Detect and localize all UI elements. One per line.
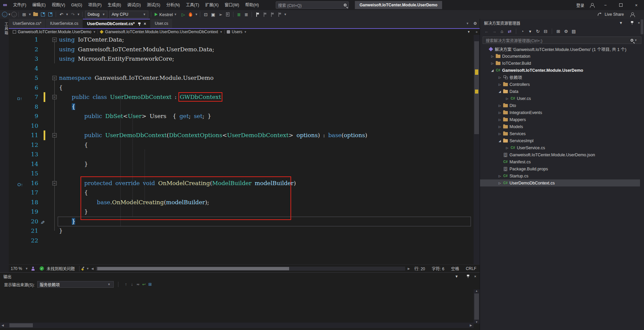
close-icon[interactable]: ×: [474, 274, 476, 278]
feedback-icon[interactable]: [630, 12, 635, 17]
clear-all-icon[interactable]: ≂: [135, 282, 141, 287]
selection-cursor-icon[interactable]: ➢: [217, 11, 224, 18]
preview-code-icon[interactable]: ▤: [571, 28, 577, 35]
navigate-backward-dropdown-icon[interactable]: ▼: [8, 11, 11, 18]
clear-bookmarks-icon[interactable]: [276, 11, 283, 18]
word-wrap-icon[interactable]: ↩: [141, 282, 147, 287]
output-content[interactable]: [0, 289, 474, 323]
code-editor[interactable]: 12345678910111213141516171819202122−−−−−…: [9, 35, 480, 264]
home-icon[interactable]: ⌂: [499, 28, 505, 35]
decrease-indent-icon[interactable]: ≣: [235, 11, 242, 18]
start-without-debugging-icon[interactable]: ▷: [180, 11, 186, 18]
window-position-icon[interactable]: ▼: [619, 21, 623, 25]
fold-collapse-icon[interactable]: −: [52, 133, 57, 138]
tree-item-package-build-props[interactable]: {}Package.Build.props: [480, 165, 640, 172]
expander-icon[interactable]: ◢: [497, 139, 502, 143]
navigate-backward-icon[interactable]: ←: [2, 12, 7, 17]
menu-item[interactable]: 调试(D): [124, 0, 144, 10]
line-ending-indicator[interactable]: CRLF: [463, 266, 480, 271]
tab-user-cs[interactable]: User.cs: [151, 19, 172, 28]
tree-item-dto[interactable]: ▷Dto: [480, 102, 640, 109]
increase-indent-icon[interactable]: ≣: [243, 11, 250, 18]
properties-icon[interactable]: ⚙: [563, 28, 569, 35]
tree-item-models[interactable]: ▷Models: [480, 123, 640, 130]
output-horizontal-scrollbar[interactable]: ◀ ▶: [0, 323, 474, 328]
code-health-icon[interactable]: [31, 267, 35, 271]
redo-icon[interactable]: ↷: [69, 11, 76, 18]
hot-reload-dropdown-icon[interactable]: ▼: [195, 11, 198, 18]
expander-icon[interactable]: ▷: [490, 62, 495, 65]
tree-item-userservice-cs[interactable]: ▷C#UserService.cs: [480, 144, 640, 151]
expander-icon[interactable]: ◢: [490, 69, 495, 72]
tree-item-mappers[interactable]: ▷Mappers: [480, 116, 640, 123]
sx-forward-icon[interactable]: →: [491, 28, 497, 35]
tree-item--[interactable]: ▷依赖项: [480, 74, 640, 81]
editor-horizontal-scrollbar[interactable]: [96, 267, 406, 271]
tree-item-manifest-cs[interactable]: C#Manifest.cs: [480, 158, 640, 165]
tree-item-ganweisoft-iotcenter-module-userdemo-json[interactable]: {}Ganweisoft.IoTCenter.Module.UserDemo.j…: [480, 151, 640, 158]
solution-search-box[interactable]: 搜索解决方案资源管理器(Ctrl+;) ▼: [483, 37, 641, 44]
live-share-label[interactable]: Live Share: [605, 12, 624, 17]
breadcrumb-segment[interactable]: Ganweisoft.IoTCenter.Module.UserDemo.Use…: [98, 30, 224, 34]
open-folder-icon[interactable]: [32, 11, 39, 18]
fold-collapse-icon[interactable]: −: [52, 181, 57, 185]
inheritance-margin-icon[interactable]: ↑: [17, 94, 22, 104]
tab-list-dropdown-icon[interactable]: ▼: [465, 22, 470, 25]
window-position-icon[interactable]: ▼: [455, 274, 459, 278]
tree-item-integrationevents[interactable]: ▷IntegrationEvents: [480, 109, 640, 116]
expander-icon[interactable]: ◢: [497, 90, 502, 93]
tab-userservice-cs-[interactable]: UserService.cs*: [9, 19, 45, 28]
document-outline-icon[interactable]: [224, 11, 231, 18]
new-project-dropdown-icon[interactable]: ▼: [28, 11, 32, 18]
no-issues-check-icon[interactable]: ✓: [40, 266, 44, 271]
expander-icon[interactable]: ▷: [497, 174, 502, 178]
quick-search-box[interactable]: 搜索 (Ctrl+Q): [276, 1, 349, 9]
minimize-button[interactable]: −: [598, 0, 613, 10]
expander-icon[interactable]: ▷: [497, 125, 502, 128]
output-vertical-scrollbar[interactable]: ▲▼: [474, 289, 480, 324]
undo-icon[interactable]: ↶: [58, 11, 65, 18]
zoom-selector[interactable]: 170 % ▼: [9, 266, 31, 271]
column-indicator[interactable]: 字符: 6: [428, 266, 447, 271]
menu-item[interactable]: 编辑(E): [29, 0, 49, 10]
expander-icon[interactable]: ▷: [497, 111, 502, 114]
editor-options-gear-icon[interactable]: ⚙: [473, 21, 477, 26]
breadcrumb-segment[interactable]: Ganweisoft.IoTCenter.Module.UserDemo▼: [11, 30, 98, 34]
menu-item[interactable]: Git(G): [68, 0, 85, 10]
tree-item-user-cs[interactable]: ▷C#User.cs: [480, 95, 640, 102]
next-bookmark-icon[interactable]: [269, 11, 275, 18]
expander-icon[interactable]: ▷: [505, 97, 509, 100]
tree-item-iotcenter-build[interactable]: ▷IoTCenter.Build: [480, 60, 640, 67]
goto-previous-message-icon[interactable]: ↑: [123, 282, 129, 287]
tree-item-startup-cs[interactable]: ▷C#Startup.cs: [480, 172, 640, 179]
code-cleanup-icon[interactable]: [81, 267, 85, 271]
expander-icon[interactable]: ▷: [497, 132, 502, 135]
pin-icon[interactable]: [463, 274, 470, 279]
tree-item--ganweisoft-iotcenter-module-userdemo-1-1-[interactable]: 解决方案 'Ganweisoft.IoTCenter.Module.UserDe…: [480, 46, 640, 53]
fold-collapse-icon[interactable]: −: [52, 38, 57, 42]
menu-item[interactable]: 测试(S): [144, 0, 163, 10]
undo-dropdown-icon[interactable]: ▼: [65, 11, 69, 18]
fold-collapse-icon[interactable]: −: [52, 76, 57, 80]
hot-reload-icon[interactable]: [187, 11, 194, 18]
close-button[interactable]: ×: [629, 0, 644, 10]
scroll-right-icon[interactable]: ▶: [407, 267, 411, 270]
collapse-all-icon[interactable]: ⊟: [542, 28, 549, 35]
expander-icon[interactable]: ▷: [497, 104, 502, 107]
account-icon[interactable]: [590, 3, 594, 7]
expander-icon[interactable]: ▷: [497, 118, 502, 121]
tree-item-data[interactable]: ◢Data: [480, 88, 640, 95]
switch-views-icon[interactable]: ⇄: [506, 28, 513, 35]
pin-icon[interactable]: [627, 21, 634, 25]
expander-icon[interactable]: ▷: [505, 146, 509, 150]
menu-item[interactable]: 扩展(X): [202, 0, 222, 10]
breadcrumb-segment[interactable]: Users▼: [225, 30, 249, 34]
split-editor-grip[interactable]: ÷: [474, 30, 479, 34]
menu-item[interactable]: 项目(P): [85, 0, 105, 10]
save-icon[interactable]: [40, 11, 46, 18]
pending-changes-filter-icon[interactable]: ◔: [519, 28, 526, 35]
solution-windows-icon[interactable]: ▣: [210, 11, 216, 18]
menu-item[interactable]: 窗口(W): [222, 0, 242, 10]
close-icon[interactable]: ×: [144, 21, 146, 26]
editor-vertical-scrollbar[interactable]: [474, 35, 480, 264]
